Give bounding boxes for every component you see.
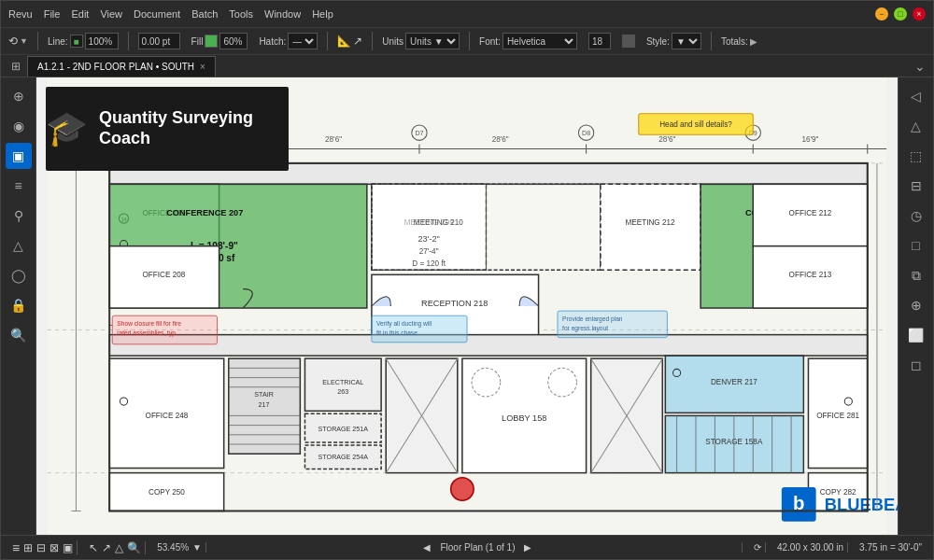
logo-graduation-icon: 🎓 [46, 109, 88, 148]
line-color-box[interactable]: ■ [70, 35, 83, 48]
select-tool-icon[interactable]: ↗ [102, 541, 111, 554]
font-select[interactable]: Helvetica [502, 33, 577, 49]
sidebar-measure-icon[interactable]: ⚲ [6, 203, 32, 229]
right-sidebar-rect-icon[interactable]: ⊟ [903, 173, 929, 199]
cursor-tool-icon[interactable]: ↖ [89, 541, 98, 554]
panel-view-icon[interactable]: ⊠ [50, 541, 59, 554]
scale-value: 3.75 in = 30'-0" [859, 542, 922, 553]
sidebar-triangle-icon[interactable]: △ [6, 232, 32, 259]
nav-icon: ⟲ [8, 35, 18, 48]
svg-text:STORAGE 251A: STORAGE 251A [318, 426, 369, 433]
page-info: Floor Plan (1 of 1) [440, 542, 515, 553]
menu-view[interactable]: View [100, 8, 122, 20]
tab-close-button[interactable]: × [200, 62, 205, 72]
svg-rect-45 [372, 184, 601, 270]
line-size-input[interactable] [85, 33, 119, 49]
menu-window[interactable]: Window [264, 8, 301, 20]
fill-group: Fill [188, 31, 252, 51]
sidebar-home-icon[interactable]: ⊕ [6, 83, 32, 109]
right-sidebar: ◁ △ ⬚ ⊟ ◷ □ ⧉ ⊕ ⬜ ◻ [898, 77, 933, 535]
right-sidebar-grid-icon[interactable]: ⧉ [903, 262, 929, 288]
list-view-icon[interactable]: ≡ [12, 540, 20, 555]
brand-name: Quantity Surveying Coach [99, 108, 289, 148]
menu-tools[interactable]: Tools [229, 8, 253, 20]
svg-text:Head and sill details?: Head and sill details? [659, 120, 732, 129]
split-view-icon[interactable]: ⊟ [36, 541, 46, 554]
next-page-icon[interactable]: ▶ [524, 542, 531, 553]
font-group: Font: Helvetica [475, 31, 581, 51]
sidebar-list-icon[interactable]: ≡ [6, 173, 32, 199]
toolbar-icon-group: 📐 ↗ [333, 33, 366, 49]
toolbar-separator-3 [327, 32, 328, 50]
right-sidebar-plus-icon[interactable]: ⊕ [903, 292, 929, 318]
maximize-button[interactable]: □ [894, 7, 907, 21]
menu-revu[interactable]: Revu [8, 8, 33, 20]
font-color-box[interactable] [622, 35, 635, 48]
right-sidebar-rect2-icon[interactable]: ⬜ [903, 322, 929, 348]
sheet-size: 42.00 x 30.00 in [777, 542, 843, 553]
sidebar-circle2-icon[interactable]: ◯ [6, 262, 32, 288]
menu-edit[interactable]: Edit [71, 8, 89, 20]
menu-document[interactable]: Document [134, 8, 180, 20]
style-select[interactable]: ▼ [672, 33, 701, 49]
minimize-button[interactable]: − [875, 7, 888, 21]
toolbar-nav: ⟲ ▼ [5, 33, 32, 49]
style-label: Style: [646, 36, 670, 47]
fill-percent-input[interactable] [219, 33, 248, 49]
svg-text:OFFICE 212: OFFICE 212 [789, 209, 832, 217]
svg-text:CONFERENCE 207: CONFERENCE 207 [166, 208, 243, 217]
totals-group: Totals: ▶ [717, 35, 761, 49]
svg-text:STORAGE 254A: STORAGE 254A [318, 454, 369, 461]
right-sidebar-arrow-icon[interactable]: ◁ [903, 83, 929, 109]
fill-color-box[interactable] [205, 35, 218, 48]
window-controls: − □ × [875, 7, 926, 21]
svg-text:RECEPTION 218: RECEPTION 218 [421, 299, 488, 308]
sync-icon[interactable]: ⟳ [754, 542, 761, 553]
zoom-in-icon[interactable]: 🔍 [127, 541, 141, 554]
menu-file[interactable]: File [44, 8, 61, 20]
coord-input[interactable] [138, 33, 180, 49]
tab-label: A1.2.1 - 2ND FLOOR PLAN • SOUTH [37, 62, 194, 72]
units-label: Units [382, 36, 403, 47]
menu-batch[interactable]: Batch [191, 8, 218, 20]
svg-text:OFFICE 213: OFFICE 213 [789, 271, 832, 279]
tab-floor-plan[interactable]: A1.2.1 - 2ND FLOOR PLAN • SOUTH × [27, 56, 216, 77]
sidebar-search-icon[interactable]: 🔍 [6, 322, 32, 348]
canvas-area[interactable]: 26'9" 28'6" 28'6" 28'6" 16'9" D5 D6 D7 D… [36, 77, 898, 535]
zoom-dropdown-icon[interactable]: ▼ [192, 542, 202, 553]
svg-text:Provide enlarged plan: Provide enlarged plan [562, 315, 623, 323]
tab-bar: ⊞ A1.2.1 - 2ND FLOOR PLAN • SOUTH × ⌄ [1, 55, 933, 77]
svg-text:D8: D8 [582, 130, 590, 137]
menu-help[interactable]: Help [312, 8, 333, 20]
grid-view-icon[interactable]: ⊞ [23, 541, 33, 554]
sidebar-grid-icon[interactable]: ▣ [6, 143, 32, 169]
hatch-select[interactable]: — [288, 33, 318, 49]
style-group: Style: ▼ [643, 31, 705, 51]
color-box-group [618, 33, 639, 49]
svg-text:28'6": 28'6" [325, 135, 342, 144]
right-sidebar-box-icon[interactable]: □ [903, 232, 929, 259]
svg-text:ELECTRICAL: ELECTRICAL [322, 379, 363, 386]
status-bar: ≡ ⊞ ⊟ ⊠ ▣ ↖ ↗ △ 🔍 53.45% ▼ ◀ Floor Plan … [1, 535, 933, 559]
right-sidebar-small-rect-icon[interactable]: ◻ [903, 352, 929, 378]
right-sidebar-clock-icon[interactable]: ◷ [903, 203, 929, 229]
tab-scroll-icon[interactable]: ⌄ [911, 56, 929, 77]
markup-icon: 📐 [337, 35, 351, 48]
font-size-input[interactable] [588, 33, 611, 49]
sidebar-lock-icon[interactable]: 🔒 [6, 292, 32, 318]
sidebar-circle-icon[interactable]: ◉ [6, 113, 32, 139]
right-sidebar-square-icon[interactable]: ⬚ [903, 143, 929, 169]
main-content: ⊕ ◉ ▣ ≡ ⚲ △ ◯ 🔒 🔍 [1, 77, 933, 535]
status-sheet-size: 42.00 x 30.00 in [773, 542, 848, 553]
status-scale: 3.75 in = 30'-0" [856, 542, 926, 553]
svg-text:for egress layout: for egress layout [562, 325, 608, 332]
markup-tool-icon[interactable]: △ [115, 541, 123, 554]
col-view-icon[interactable]: ▣ [63, 541, 73, 554]
units-select[interactable]: Units ▼ [405, 33, 460, 49]
panel-toggle-icon[interactable]: ⊞ [5, 56, 27, 77]
prev-page-icon[interactable]: ◀ [423, 542, 431, 553]
font-size-group [585, 31, 615, 51]
close-button[interactable]: × [913, 7, 926, 21]
right-sidebar-up-icon[interactable]: △ [903, 113, 929, 139]
svg-text:Verify all ducting will: Verify all ducting will [376, 320, 432, 328]
